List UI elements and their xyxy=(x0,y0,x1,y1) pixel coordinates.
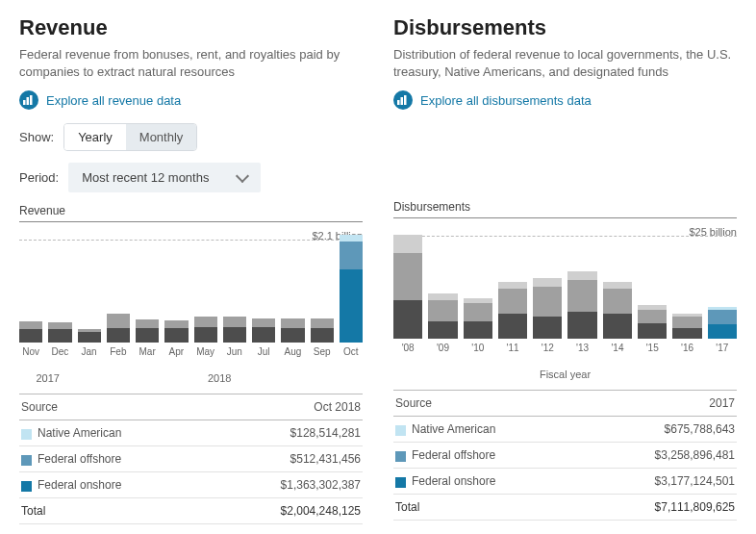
swatch-icon xyxy=(395,425,406,436)
col-period: Oct 2018 xyxy=(210,394,363,420)
period-dropdown[interactable]: Most recent 12 months xyxy=(68,163,261,192)
revenue-chart: $2.1 billion NovDecJanFebMarAprMayJunJul… xyxy=(19,230,363,384)
period-value: Most recent 12 months xyxy=(82,170,209,185)
svg-rect-4 xyxy=(401,97,404,105)
disb-chart-title: Disbursements xyxy=(393,200,737,218)
table-row: Native American$675,788,643 xyxy=(393,417,737,443)
chevron-down-icon xyxy=(236,169,249,183)
year-2017: 2017 xyxy=(19,372,77,384)
bar-Sep: Sep xyxy=(311,318,334,358)
chart-icon xyxy=(19,90,38,110)
bar-Apr: Apr xyxy=(164,320,188,358)
swatch-icon xyxy=(21,455,32,466)
bar-12: '12 xyxy=(533,278,562,354)
explore-disb-link[interactable]: Explore all disbursements data xyxy=(420,93,592,108)
table-row: Federal onshore$3,177,124,501 xyxy=(393,469,737,495)
bar-17: '17 xyxy=(708,307,737,354)
bar-Jun: Jun xyxy=(223,317,246,357)
table-row: Federal offshore$512,431,456 xyxy=(19,446,363,472)
col-source: Source xyxy=(393,391,584,417)
toggle-monthly[interactable]: Monthly xyxy=(126,124,197,150)
year-2018: 2018 xyxy=(77,372,364,384)
swatch-icon xyxy=(395,477,406,488)
disbursements-panel: Disbursements Distribution of federal re… xyxy=(393,15,737,524)
col-source: Source xyxy=(19,394,210,420)
show-toggle: Yearly Monthly xyxy=(63,123,197,151)
col-period: 2017 xyxy=(584,391,737,417)
revenue-chart-title: Revenue xyxy=(19,204,363,222)
bar-Dec: Dec xyxy=(48,322,71,357)
bar-May: May xyxy=(194,317,217,358)
bar-16: '16 xyxy=(672,314,701,353)
bar-11: '11 xyxy=(498,282,527,353)
swatch-icon xyxy=(395,451,406,462)
bar-08: '08 xyxy=(393,235,422,354)
table-row: Native American$128,514,281 xyxy=(19,420,363,446)
bar-Nov: Nov xyxy=(19,321,42,357)
period-label: Period: xyxy=(19,170,59,185)
disb-heading: Disbursements xyxy=(393,15,737,40)
svg-rect-5 xyxy=(404,95,407,105)
table-row: Federal offshore$3,258,896,481 xyxy=(393,443,737,469)
svg-rect-3 xyxy=(397,100,400,105)
bar-Feb: Feb xyxy=(107,314,130,357)
bar-13: '13 xyxy=(567,271,596,354)
swatch-icon xyxy=(21,429,32,440)
disb-desc: Distribution of federal revenue to local… xyxy=(393,46,737,81)
disb-table: Source 2017 Native American$675,788,643F… xyxy=(393,390,737,521)
bar-Oct: Oct xyxy=(340,235,363,358)
toggle-yearly[interactable]: Yearly xyxy=(64,124,126,150)
bar-Aug: Aug xyxy=(281,318,304,357)
svg-rect-2 xyxy=(30,95,33,105)
revenue-table: Source Oct 2018 Native American$128,514,… xyxy=(19,394,363,524)
revenue-desc: Federal revenue from bonuses, rent, and … xyxy=(19,46,363,81)
bar-Jul: Jul xyxy=(252,318,275,357)
bar-Mar: Mar xyxy=(136,319,159,358)
bar-Jan: Jan xyxy=(78,329,101,358)
bar-15: '15 xyxy=(638,305,667,353)
svg-rect-1 xyxy=(27,97,30,105)
revenue-panel: Revenue Federal revenue from bonuses, re… xyxy=(19,15,363,524)
total-row: Total$2,004,248,125 xyxy=(19,498,363,524)
swatch-icon xyxy=(21,481,32,492)
xaxis-label: Fiscal year xyxy=(540,369,591,380)
disb-chart: $25 billion '08'09'10'11'12'13'14'15'16'… xyxy=(393,226,737,380)
show-label: Show: xyxy=(19,130,54,144)
table-row: Federal onshore$1,363,302,387 xyxy=(19,472,363,498)
explore-revenue-link[interactable]: Explore all revenue data xyxy=(46,93,181,108)
svg-rect-0 xyxy=(23,100,26,105)
revenue-heading: Revenue xyxy=(19,15,363,40)
chart-icon xyxy=(393,90,413,110)
bar-14: '14 xyxy=(603,282,632,353)
total-row: Total$7,111,809,625 xyxy=(393,495,737,521)
bar-09: '09 xyxy=(428,293,457,353)
bar-10: '10 xyxy=(464,298,492,353)
